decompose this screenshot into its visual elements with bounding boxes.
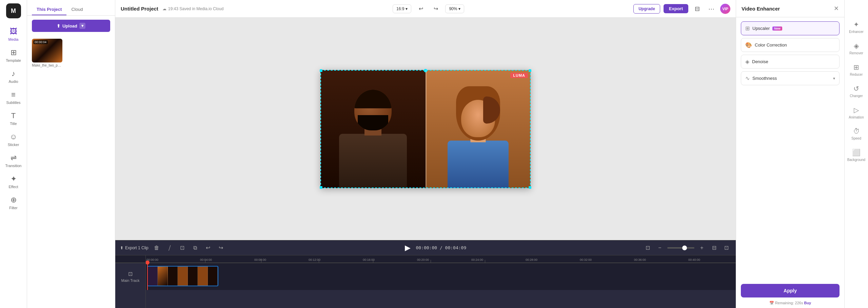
enhancer-option-smoothness[interactable]: ∿ Smoothness ▾ <box>741 71 840 85</box>
woman-figure <box>426 70 531 188</box>
ruler-mark-9: 00:36:00 <box>634 258 646 261</box>
timeline-area: ⬆ Export 1 Clip 🗑 ⧸ ⊡ ⧉ ↩ ↪ ▶ 00:00:00 / <box>115 240 736 308</box>
audio-icon: ♪ <box>12 69 15 78</box>
track-content <box>146 263 736 290</box>
transition-icon: ⇌ <box>11 153 17 162</box>
save-status: ☁ 19:43 Saved in Media.io Cloud <box>162 6 223 11</box>
canvas-content[interactable]: LUMA <box>320 70 531 188</box>
man-hair <box>354 90 392 108</box>
upscaler-icon: ⊞ <box>745 25 750 32</box>
far-sidebar-item-speed[interactable]: ⏱ Speed <box>845 124 868 144</box>
background-icon: ⬜ <box>852 148 861 157</box>
tab-cloud[interactable]: Cloud <box>66 4 87 15</box>
far-right-sidebar: ✦ Enhancer ◈ Remover ⊞ Reducer ↺ Changer… <box>844 0 868 308</box>
thumb-name-0: Make_the_two_peo... <box>32 64 62 67</box>
zoom-in-button[interactable]: + <box>697 243 707 253</box>
remaining-text: 📅 Remaining: 226s Buy <box>736 301 844 308</box>
sidebar-item-title[interactable]: T Title <box>0 108 27 129</box>
layout-icon-button[interactable]: ⊟ <box>692 3 703 14</box>
title-icon: T <box>11 111 16 120</box>
undo-tl-button[interactable]: ↩ <box>203 243 213 253</box>
ruler-mark-10: 00:40:00 <box>688 258 700 261</box>
top-bar-right: Upgrade Export ⊟ ⋯ VIP <box>633 3 730 14</box>
zoom-slider[interactable] <box>667 247 694 249</box>
enhancer-option-color-correction[interactable]: 🎨 Color Correction <box>741 38 840 52</box>
smoothness-chevron-icon: ▾ <box>833 76 835 81</box>
template-icon: ⊞ <box>11 48 17 57</box>
redo-tl-button[interactable]: ↪ <box>216 243 226 253</box>
tab-this-project[interactable]: This Project <box>32 4 66 15</box>
redo-button[interactable]: ↪ <box>430 3 441 14</box>
zoom-control[interactable]: 90% ▾ <box>445 4 464 13</box>
video-clip[interactable] <box>147 266 218 286</box>
delete-button[interactable]: 🗑 <box>152 243 161 253</box>
timeline-toolbar: ⬆ Export 1 Clip 🗑 ⧸ ⊡ ⧉ ↩ ↪ ▶ 00:00:00 / <box>115 240 736 255</box>
top-bar-left: Untitled Project ☁ 19:43 Saved in Media.… <box>121 6 223 12</box>
more-options-button[interactable]: ⋯ <box>706 3 717 14</box>
sidebar-item-transition[interactable]: ⇌ Transition <box>0 150 27 171</box>
media-thumbnails: 00:00:04 Make_the_two_peo... <box>27 36 115 70</box>
timeline-right: ⊡ − + ⊟ ⊡ <box>643 243 731 253</box>
close-button[interactable]: ✕ <box>834 5 839 12</box>
enhancer-icon: ✦ <box>853 20 859 29</box>
media-icon: 🖼 <box>10 27 17 36</box>
play-button[interactable]: ▶ <box>402 242 413 253</box>
upload-dropdown-arrow[interactable]: ▾ <box>79 23 85 29</box>
subtitles-icon: ≡ <box>11 90 16 99</box>
enhancer-option-denoise[interactable]: ◈ Denoise <box>741 55 840 69</box>
cloud-icon: ☁ <box>162 6 166 11</box>
zoom-slider-thumb[interactable] <box>682 246 687 250</box>
avatar: VIP <box>720 4 730 14</box>
smoothness-icon: ∿ <box>745 75 750 81</box>
export-clip-button[interactable]: ⬆ Export 1 Clip <box>120 246 149 250</box>
upgrade-button[interactable]: Upgrade <box>633 4 660 14</box>
undo-button[interactable]: ↩ <box>415 3 426 14</box>
sidebar-item-sticker[interactable]: ☺ Sticker <box>0 129 27 150</box>
sidebar-item-effect[interactable]: ✦ Effect <box>0 171 27 192</box>
far-sidebar-item-changer[interactable]: ↺ Changer <box>845 81 868 101</box>
far-sidebar-item-background[interactable]: ⬜ Background <box>845 145 868 165</box>
far-sidebar-item-enhancer[interactable]: ✦ Enhancer <box>845 17 868 37</box>
apply-button[interactable]: Apply <box>741 284 840 297</box>
ruler-mark-6: 00:24:00 <box>471 258 483 261</box>
left-sidebar: M 🖼 Media ⊞ Template ♪ Audio ≡ Subtitles… <box>0 0 27 308</box>
track-icon: ⊡ <box>128 271 133 277</box>
sidebar-item-filter[interactable]: ⊕ Filter <box>0 192 27 213</box>
sidebar-item-subtitles[interactable]: ≡ Subtitles <box>0 87 27 108</box>
fit-icon-button[interactable]: ⊡ <box>643 243 652 253</box>
upload-button[interactable]: ⬆ Upload ▾ <box>32 20 110 32</box>
split-button[interactable]: ⧸ <box>165 243 174 253</box>
sidebar-item-audio[interactable]: ♪ Audio <box>0 66 27 87</box>
sidebar-item-media[interactable]: 🖼 Media <box>0 24 27 45</box>
timeline-center: ▶ 00:00:00 / 00:04:09 <box>230 242 639 253</box>
export-button[interactable]: Export <box>664 4 688 13</box>
enhancer-options: ⊞ Upscaler New 🎨 Color Correction ◈ Deno… <box>736 17 844 280</box>
ruler-mark-2: 00:08:00 <box>254 258 266 261</box>
thumbnail-0[interactable]: 00:00:04 <box>32 39 62 62</box>
playhead-handle[interactable] <box>146 260 150 265</box>
ruler-mark-5: 00:20:00 <box>417 258 429 261</box>
timeline-playhead[interactable] <box>147 263 148 290</box>
far-sidebar-item-remover[interactable]: ◈ Remover <box>845 38 868 58</box>
man-face <box>354 90 392 130</box>
denoise-icon: ◈ <box>745 58 749 65</box>
enhancer-option-upscaler[interactable]: ⊞ Upscaler New <box>741 21 840 35</box>
buy-link[interactable]: Buy <box>804 301 811 305</box>
man-face-wrap <box>354 90 392 130</box>
sidebar-item-template[interactable]: ⊞ Template <box>0 45 27 66</box>
copy-button[interactable]: ⧉ <box>191 243 200 253</box>
caption-button[interactable]: ⊟ <box>709 243 719 253</box>
zoom-out-button[interactable]: − <box>655 243 665 253</box>
time-display: 00:00:00 / 00:04:09 <box>416 245 466 250</box>
far-sidebar-item-animation[interactable]: ▷ Animation <box>845 103 868 123</box>
settings-button[interactable]: ⊡ <box>722 243 731 253</box>
app-logo: M <box>6 3 21 18</box>
aspect-ratio-button[interactable]: 16:9 ▾ <box>393 4 411 13</box>
crop-button[interactable]: ⊡ <box>178 243 187 253</box>
far-sidebar-item-reducer[interactable]: ⊞ Reducer <box>845 60 868 80</box>
sticker-icon: ☺ <box>9 132 17 141</box>
thumb-duration-0: 00:00:04 <box>33 40 48 44</box>
ruler-mark-8: 00:32:00 <box>580 258 592 261</box>
new-badge: New <box>772 26 782 31</box>
animation-icon: ▷ <box>854 106 859 114</box>
